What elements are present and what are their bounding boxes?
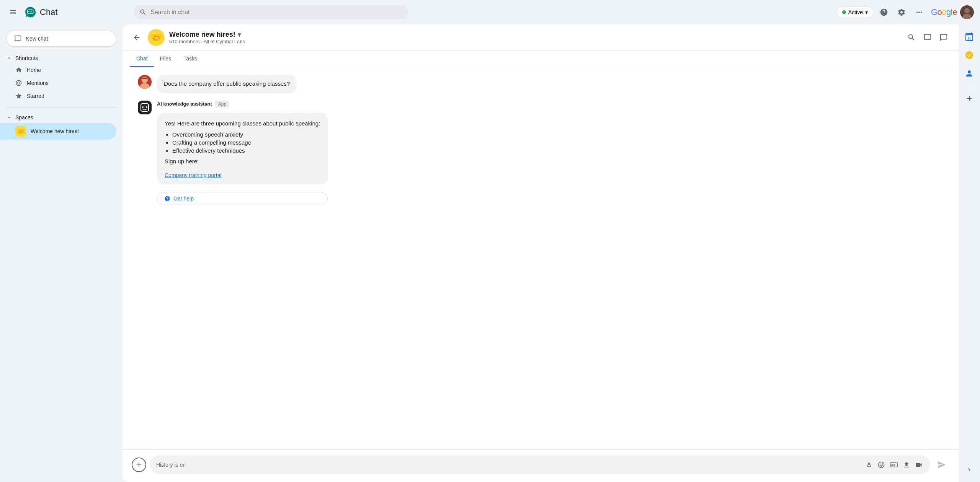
message-row: Does the company offer public speaking c…: [138, 75, 936, 93]
shortcuts-section: Shortcuts Home Mentions Starred: [0, 51, 122, 104]
list-item: Overcoming speech anxiety: [172, 131, 320, 138]
emoji-button[interactable]: [876, 459, 887, 470]
right-sidebar-divider: [965, 86, 974, 86]
user-message-text: Does the company offer public speaking c…: [164, 80, 290, 87]
space-name: Welcome new hires!: [31, 128, 79, 134]
sidebar-item-mentions[interactable]: Mentions: [0, 77, 116, 90]
calendar-icon-btn[interactable]: 31: [962, 29, 977, 44]
top-bar-right: Active ▾ Google: [836, 5, 974, 20]
bot-avatar: [138, 101, 152, 114]
bot-message-bubble: Yes! Here are three upcoming classes abo…: [157, 113, 328, 184]
bot-sender-info: AI knowledge assistant App: [157, 101, 328, 107]
active-dot: [842, 10, 846, 14]
top-bar-left: Chat: [6, 5, 129, 19]
new-chat-button[interactable]: New chat: [6, 31, 116, 47]
upload-button[interactable]: [901, 459, 912, 470]
space-emoji: 🤝: [15, 126, 26, 137]
new-chat-label: New chat: [26, 36, 48, 42]
mentions-label: Mentions: [27, 80, 49, 86]
spaces-section: Spaces 🤝 Welcome new hires!: [0, 111, 122, 141]
back-button[interactable]: [130, 31, 143, 44]
left-sidebar: New chat Shortcuts Home Mentions: [0, 24, 122, 482]
svg-text:31: 31: [968, 37, 971, 40]
chat-header-actions: [904, 30, 951, 45]
bot-message-row: AI knowledge assistant App Yes! Here are…: [138, 101, 936, 205]
input-area: History is on: [122, 449, 959, 482]
active-label: Active: [848, 9, 863, 15]
spaces-label: Spaces: [15, 114, 33, 120]
expand-sidebar-button[interactable]: [962, 462, 977, 477]
right-sidebar: 31: [959, 24, 980, 482]
sidebar-item-starred[interactable]: Starred: [0, 90, 116, 103]
user-message-bubble: Does the company offer public speaking c…: [157, 75, 297, 93]
chat-meta: 510 members · All of Cymbal Labs: [169, 39, 900, 44]
get-help-label: Get help: [173, 195, 194, 202]
video-call-button[interactable]: [913, 459, 924, 470]
sidebar-divider: [6, 107, 116, 107]
shortcuts-header[interactable]: Shortcuts: [0, 53, 116, 64]
search-chat-button[interactable]: [904, 30, 919, 45]
gif-button[interactable]: GIF: [888, 459, 900, 471]
format-text-button[interactable]: [864, 459, 874, 470]
search-bar[interactable]: [133, 5, 409, 19]
tab-chat[interactable]: Chat: [130, 51, 154, 67]
svg-point-11: [146, 106, 147, 108]
app-logo: Chat: [24, 6, 57, 18]
help-button[interactable]: [877, 5, 891, 20]
chat-name: Welcome new hires! ▾: [169, 31, 900, 39]
user-avatar[interactable]: [960, 5, 974, 19]
sidebar-item-welcome-new-hires[interactable]: 🤝 Welcome new hires!: [0, 123, 116, 140]
messages-area: Does the company offer public speaking c…: [122, 67, 959, 449]
svg-rect-8: [138, 101, 152, 114]
tab-tasks[interactable]: Tasks: [177, 51, 203, 67]
hamburger-button[interactable]: [6, 5, 20, 19]
list-item: Crafting a compelling message: [172, 139, 320, 146]
message-input-placeholder: History is on: [156, 462, 864, 468]
conversation-view-button[interactable]: [936, 30, 951, 45]
sign-up-text: Sign up here:: [165, 157, 320, 166]
search-icon: [139, 8, 147, 16]
top-bar: Chat Active ▾: [0, 0, 980, 24]
shortcuts-label: Shortcuts: [15, 55, 38, 61]
svg-point-2: [964, 8, 970, 13]
app-title: Chat: [40, 7, 57, 17]
settings-button[interactable]: [894, 5, 909, 20]
home-label: Home: [27, 67, 41, 73]
app-badge: App: [215, 101, 229, 107]
starred-label: Starred: [27, 93, 44, 99]
chat-header: 🤝 Welcome new hires! ▾ 510 members · All…: [122, 24, 959, 51]
bot-intro: Yes! Here are three upcoming classes abo…: [165, 119, 320, 128]
chat-room-icon: 🤝: [148, 29, 165, 46]
bot-sender-name: AI knowledge assistant: [157, 101, 212, 107]
spaces-header[interactable]: Spaces: [0, 112, 116, 123]
active-chevron: ▾: [865, 9, 868, 15]
svg-text:GIF: GIF: [891, 464, 895, 467]
main-content: 🤝 Welcome new hires! ▾ 510 members · All…: [122, 24, 959, 482]
chat-name-chevron[interactable]: ▾: [238, 31, 241, 38]
chat-info: Welcome new hires! ▾ 510 members · All o…: [169, 31, 900, 44]
google-logo: Google: [931, 7, 957, 17]
bot-list: Overcoming speech anxiety Crafting a com…: [172, 131, 320, 154]
tasks-icon-btn[interactable]: [962, 47, 977, 63]
svg-rect-4: [924, 34, 931, 39]
people-icon-btn[interactable]: [962, 66, 977, 81]
input-icons: GIF: [864, 459, 924, 471]
add-attachment-button[interactable]: [132, 458, 146, 472]
send-button[interactable]: [934, 457, 949, 472]
portal-link[interactable]: Company training portal: [165, 172, 222, 178]
list-item: Effective delivery techniques: [172, 147, 320, 154]
apps-button[interactable]: [912, 5, 926, 20]
active-status-button[interactable]: Active ▾: [836, 7, 874, 18]
message-input-wrap[interactable]: History is on: [150, 455, 930, 474]
sidebar-item-home[interactable]: Home: [0, 64, 116, 77]
tab-files[interactable]: Files: [154, 51, 178, 67]
chat-tabs: Chat Files Tasks: [122, 51, 959, 67]
layout: New chat Shortcuts Home Mentions: [0, 24, 980, 482]
search-input[interactable]: [150, 9, 403, 16]
get-help-button[interactable]: Get help: [157, 192, 328, 205]
add-app-button[interactable]: [962, 91, 977, 106]
svg-point-10: [142, 106, 144, 108]
user-avatar-msg: [138, 75, 152, 89]
pinned-messages-button[interactable]: [920, 30, 935, 45]
